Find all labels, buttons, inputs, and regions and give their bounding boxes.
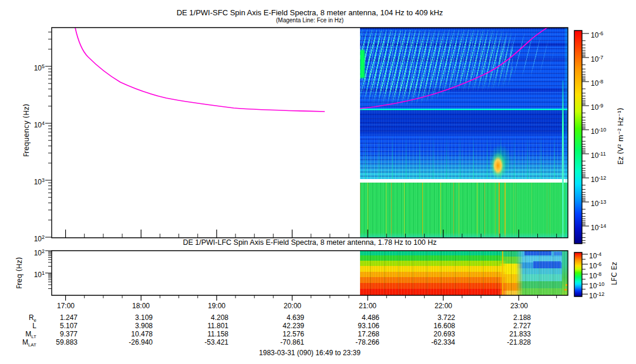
lfc-cbtick-1e-4: 10-4: [589, 250, 620, 260]
eph-re-2: 3.109: [106, 314, 153, 322]
lfc-noise: [360, 251, 568, 295]
eph-mlat-7: -21.828: [484, 338, 531, 346]
sfc-cbtick-1e-9: 10-9: [591, 102, 621, 112]
lfc-plot-area: [52, 251, 568, 295]
lfc-ytick-1e1: 101: [27, 269, 45, 279]
eph-mlat-3: -53.421: [181, 338, 228, 346]
date-range-caption: 1983-03-31 (090) 16:49 to 23:39: [52, 349, 568, 357]
xtick-18: 18:00: [123, 302, 159, 310]
xtick-17: 17:00: [48, 302, 83, 310]
lfc-title-text: DE 1/PWI-LFC Spin Axis E-Field Spectra, …: [178, 238, 441, 247]
xtick-21: 21:00: [350, 302, 385, 310]
sfc-cbtick-1e-13: 10-13: [591, 198, 621, 208]
sfc-ytick-1e3: 103: [27, 176, 45, 186]
sfc-colorbar: [574, 31, 582, 244]
eph-mlt-3: 11.158: [181, 330, 228, 338]
lfc-cbtick-1e-8: 10-8: [589, 270, 620, 280]
eph-mlat-1: 59.883: [31, 338, 78, 346]
eph-re-4: 4.639: [257, 314, 304, 322]
eph-l-1: 5.107: [31, 322, 78, 330]
eph-mlat-4: -70.861: [257, 338, 304, 346]
eph-mlat-5: -78.266: [332, 338, 379, 346]
fce-line: [52, 28, 568, 238]
eph-mlt-1: 9.377: [31, 330, 78, 338]
eph-mlat-6: -62.334: [408, 338, 455, 346]
sfc-plot-area: [52, 28, 568, 238]
spectrogram-figure: DE 1/PWI-SFC Spin Axis E-Field Spectra, …: [0, 0, 636, 364]
eph-l-6: 16.608: [408, 322, 455, 330]
xtick-19: 19:00: [199, 302, 234, 310]
eph-l-5: 93.106: [332, 322, 379, 330]
sfc-y-axis-label: Frequency (Hz): [22, 104, 31, 157]
eph-re-6: 3.722: [408, 314, 455, 322]
sfc-title: DE 1/PWI-SFC Spin Axis E-Field Spectra, …: [52, 8, 568, 17]
sfc-cbtick-1e-6: 10-6: [591, 29, 621, 39]
lfc-colorbar: [574, 252, 582, 296]
fce-line-segment-1: [75, 28, 325, 112]
sfc-ytick-1e2: 102: [27, 233, 45, 243]
eph-l-3: 11.801: [181, 322, 228, 330]
sfc-cbtick-1e-11: 10-11: [591, 150, 621, 160]
eph-l-7: 2.727: [484, 322, 531, 330]
lfc-y-axis-label: Freq (Hz): [15, 257, 23, 289]
lfc-cbtick-1e-10: 10-10: [589, 280, 620, 290]
xtick-20: 20:00: [275, 302, 310, 310]
eph-re-1: 1.247: [31, 314, 78, 322]
eph-l-2: 3.908: [106, 322, 153, 330]
eph-re-7: 2.188: [484, 314, 531, 322]
sfc-cbtick-1e-7: 10-7: [591, 53, 621, 63]
eph-mlt-4: 12.576: [257, 330, 304, 338]
eph-l-4: 42.239: [257, 322, 304, 330]
eph-mlt-7: 21.833: [484, 330, 531, 338]
fce-line-segment-2: [360, 28, 551, 109]
sfc-cbtick-1e-10: 10-10: [591, 126, 621, 136]
sfc-cbtick-1e-8: 10-8: [591, 77, 621, 87]
eph-mlat-2: -26.940: [106, 338, 153, 346]
eph-mlt-2: 10.478: [106, 330, 153, 338]
lfc-ytick-1e2: 102: [27, 247, 45, 257]
sfc-ytick-1e5: 105: [27, 62, 45, 72]
eph-mlt-6: 20.693: [408, 330, 455, 338]
sfc-cbtick-1e-14: 10-14: [591, 222, 621, 232]
lfc-cbtick-1e-6: 10-6: [589, 260, 620, 270]
eph-re-5: 4.486: [332, 314, 379, 322]
lfc-spectrogram: [360, 251, 568, 295]
lfc-cbtick-1e-12: 10-12: [589, 290, 620, 300]
eph-re-3: 4.208: [181, 314, 228, 322]
lfc-title: DE 1/PWI-LFC Spin Axis E-Field Spectra, …: [52, 238, 568, 247]
xtick-22: 22:00: [426, 302, 461, 310]
sfc-subtitle: (Magenta Line: Fce in Hz): [52, 17, 568, 23]
xtick-23: 23:00: [502, 302, 537, 310]
sfc-cbtick-1e-12: 10-12: [591, 174, 621, 184]
sfc-ytick-1e4: 104: [27, 119, 45, 129]
eph-mlt-5: 17.268: [332, 330, 379, 338]
